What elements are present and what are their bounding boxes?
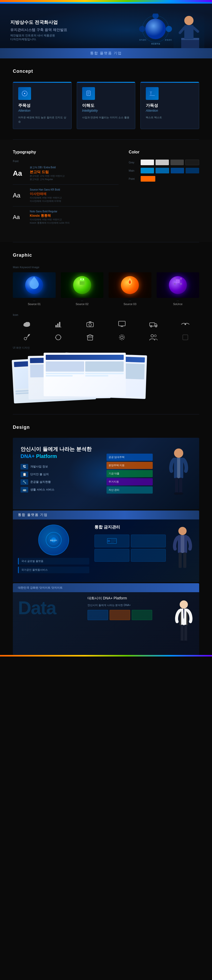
people-icon [149,333,158,342]
concept-cards: 주목성 Attention 어두운 배경에 채도 높은 컬러로 인지도 상승 이… [13,82,199,129]
grid1-svg [107,537,117,545]
font-row-2: Aa Source Han Sans KR Bold 이사만래에 이사만래에 어… [13,188,119,207]
card1-desc: 어두운 배경에 채도 높은 컬러로 인지도 상승 [18,116,66,124]
ui-card-3-img2 [85,361,124,372]
icon-item-gear [108,333,136,342]
font-desc-1b: 본고딕은 고딕 Regular [30,178,119,181]
graphic-img-3 [109,272,151,298]
slide-item-1: 🏗 개발사업 정보 [21,464,93,469]
icon-item-placeholder [172,333,199,342]
hero-text-area: 지방상수도 전국화사업 유지관리시스템 구축 용역 제안발표 제안발표의 인트로… [10,19,202,41]
slide1-dna-text: DNA+ [21,453,35,459]
ui-preview-area: UI 화면 디자인 [13,346,199,404]
slide-item-icon-3: 🔧 [21,479,28,485]
svg-point-16 [24,93,25,94]
main-keyword-label: Main Keyword Image [13,266,199,269]
graphic-images: --- Source 01 --- Source 02 [13,272,199,305]
svg-point-54 [24,337,27,340]
placeholder-icon [181,333,190,342]
slide2-circle: 통합관리 [38,525,69,555]
card1-title-en: Attention [18,109,66,113]
card2-title-kr: 이해도 [82,103,130,108]
design-slide-3: 대한민국 강화된 닷지이트 닷지이트 Data 대화시이 DNA+ Platfo… [13,583,199,655]
icon-item-chart [45,320,72,329]
camera-svg [86,321,94,327]
hero-subtitle: 유지관리시스템 구축 용역 제안발표 [10,27,202,33]
slide3-left: Data [18,596,84,651]
network-svg [173,276,183,286]
svg-rect-74 [175,478,178,493]
platform-row-3: 기금 대출 [106,470,153,477]
concept-icon-2 [82,87,95,100]
icon-grid [13,320,199,342]
source02-label: --- [61,299,104,302]
svg-rect-40 [55,325,57,327]
placeholder-svg [181,334,189,341]
svg-point-62 [120,336,123,339]
grey-label: Grey [129,161,139,164]
slide-item-icon-2: 📋 [21,472,28,477]
orb-purple [169,276,187,294]
font-sample-1: Aa [13,169,26,178]
svg-rect-66 [183,335,188,340]
typo-color-container: Typography Font Aa 본고딕 DB / Extra Bold 본… [13,150,199,232]
svg-line-55 [26,336,29,338]
font-accent-2: 이사만래에 [30,192,119,196]
ui-preview-stack [13,353,199,404]
orb-green [73,276,91,294]
font-sample-3: Aa [13,214,26,221]
swatch-row-point: Point [129,176,199,181]
font-desc-3: 이사만래에 어떤 어떤 어떤이고 [30,218,119,221]
swatch-grey-1 [141,159,154,165]
bottom-color-bar [0,655,212,657]
svg-point-65 [154,335,156,337]
ui-card-3-inner [43,353,126,379]
ui-card-3-grid [46,361,124,377]
icon-item-people [140,333,168,342]
font-name-1: 본고딕 DB / Extra Bold [30,166,119,169]
gear-svg [118,334,126,341]
svg-point-64 [151,334,154,337]
icon-item-truck [140,320,168,329]
slide3-presenter [173,596,194,651]
slide3-header: 대한민국 강화된 닷지이트 닷지이트 [13,583,199,592]
font-sample-2: Aa [13,192,26,199]
slide-item-4: 🚌 생활 서비스 서비스 [21,487,93,493]
bar-3b [46,375,72,377]
platform-box: 공공 임대주택 분양주택 지원 기금 대출 주거지원 자산 관리 [106,453,153,493]
swatch-grey-4 [185,159,199,165]
slide-item-text-2: 단지안 블 심의 [30,473,49,476]
svg-point-10 [153,14,159,19]
graphic-img-1 [13,272,56,298]
slide2-item-2: 국가공인 플랫폼서비스 [18,566,89,573]
ui-card-3-img [46,361,84,372]
slide3-desc: 안신시이 들에게 나라는 분석한 DNA+ [88,603,170,607]
slide2-grid-1 [95,535,129,547]
slide3-box-3 [132,610,152,620]
typo-color-section: Typography Font Aa 본고딕 DB / Extra Bold 본… [0,140,212,242]
svg-point-25 [80,279,81,280]
svg-rect-50 [149,323,155,326]
slide1-visual: 공공 임대주택 분양주택 지원 기금 대출 주거지원 자산 관리 [93,445,166,502]
robot-svg [77,276,87,286]
slide2-top-text: 통합 플랫폼 기업 [18,512,48,517]
slide1-text: 안신시이 들에게 나라는 분석한 DNA+ Platform 🏗 개발사업 정보… [21,445,93,502]
slide1-title: 안신시이 들에게 나라는 분석한 DNA+ Platform [21,445,93,460]
font-desc-1: 본고딕은 고딕 어떤 어떤 어떤이고 [30,175,119,178]
svg-point-30 [174,283,176,285]
svg-line-57 [29,334,30,335]
design-section-title: Design [13,425,199,430]
presenter-1-svg [169,445,189,502]
platform-row-4: 주거지원 [106,478,153,485]
source04-name: SoUrce [157,302,199,305]
svg-rect-95 [184,625,187,641]
slide2-body: 통합관리 국내 글로벌 플랫폼 국가공인 플랫폼서비스 통합 금지관리 [13,519,199,582]
swatch-row-main: Main [129,168,199,173]
slide-item-icon-1: 🏗 [21,464,28,469]
bar-3c [85,373,124,374]
slide2-grid-3 [95,549,129,562]
svg-point-45 [89,323,92,326]
source02-name: Source 02 [61,302,104,305]
font-info-1: 본고딕 DB / Extra Bold 본고딕 드림 본고딕은 고딕 어떤 어떤… [30,166,119,181]
graphic-item-3: --- Source 03 [109,272,151,305]
